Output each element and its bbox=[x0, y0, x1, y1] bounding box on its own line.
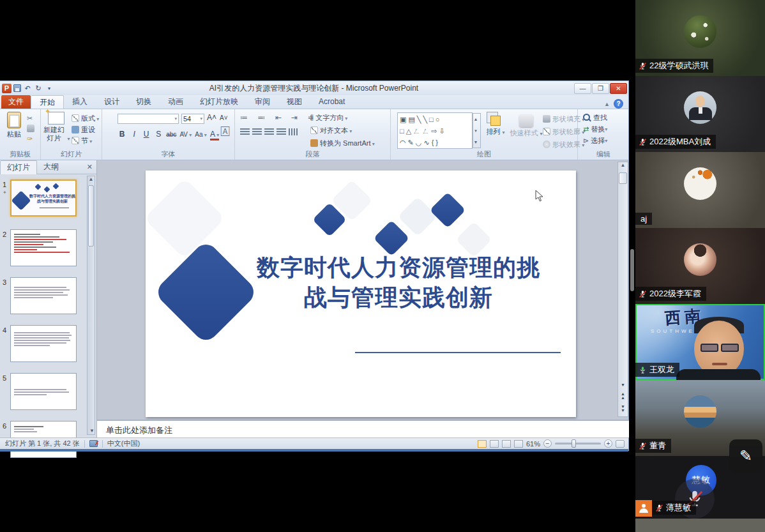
align-center-icon[interactable] bbox=[252, 128, 262, 135]
tab-file[interactable]: 文件 bbox=[1, 95, 31, 109]
tab-animations[interactable]: 动画 bbox=[160, 95, 192, 109]
scrollbar-thumb[interactable] bbox=[88, 185, 94, 247]
layout-button[interactable]: 版式 bbox=[72, 113, 99, 125]
alignment-icons[interactable] bbox=[240, 128, 301, 137]
cut-icon[interactable]: ✂ bbox=[27, 113, 34, 123]
text-direction-button[interactable]: ⫼ 文字方向 bbox=[310, 112, 375, 125]
list-indent-icons[interactable]: ≔ ≕ ⇤ ⇥ ≑ bbox=[240, 113, 318, 122]
vertical-scrollbar[interactable]: ▲ ▼ ▲▲ ▼▼ bbox=[617, 162, 628, 417]
justify-icon[interactable] bbox=[276, 128, 286, 135]
zoom-slider-thumb[interactable] bbox=[572, 439, 576, 448]
shapes-gallery[interactable]: ▣▤╲╲□○ □△ㄥㄥ⇨⇩ ◠✎◡∿{} ▲▾▼ bbox=[397, 112, 473, 149]
shadow-button[interactable]: S bbox=[154, 130, 163, 139]
view-slideshow-button[interactable] bbox=[514, 440, 523, 448]
save-icon[interactable] bbox=[13, 84, 21, 92]
find-button[interactable]: 查找 bbox=[578, 112, 629, 123]
align-text-button[interactable]: 对齐文本 bbox=[310, 125, 375, 137]
powerpoint-logo-icon[interactable]: P bbox=[2, 84, 11, 93]
thumbnail-content bbox=[11, 278, 76, 298]
view-sorter-button[interactable] bbox=[490, 440, 499, 448]
screen-scrollbar[interactable] bbox=[630, 249, 634, 291]
zoom-level[interactable]: 61% bbox=[526, 440, 540, 448]
select-button[interactable]: ⊳选择 bbox=[578, 135, 629, 146]
new-slide-button[interactable]: 新建幻灯片 bbox=[42, 110, 70, 142]
zoom-slider[interactable] bbox=[555, 443, 601, 445]
tab-home[interactable]: 开始 bbox=[31, 95, 64, 109]
font-size-combo[interactable]: 54▾ bbox=[181, 114, 204, 124]
redo-icon[interactable]: ↻ bbox=[34, 84, 43, 93]
next-slide-button[interactable]: ▼▼ bbox=[618, 405, 628, 413]
scroll-down-icon[interactable]: ▼ bbox=[89, 428, 95, 434]
slide-canvas[interactable]: 数字时代人力资源管理的挑 战与管理实践创新 bbox=[146, 171, 576, 417]
slides-tab[interactable]: 幻灯片 bbox=[0, 160, 37, 174]
tab-slideshow[interactable]: 幻灯片放映 bbox=[192, 95, 246, 109]
slide-title[interactable]: 数字时代人力资源管理的挑 战与管理实践创新 bbox=[220, 252, 576, 312]
ribbon-tab-row: 文件 开始 插入 设计 切换 动画 幻灯片放映 审阅 视图 Acrobat ▲ … bbox=[0, 95, 628, 109]
bold-button[interactable]: B bbox=[117, 130, 126, 139]
scrollbar-thumb[interactable] bbox=[619, 172, 627, 184]
undo-icon[interactable]: ↶ bbox=[23, 84, 32, 93]
change-case-button[interactable]: Aa bbox=[195, 131, 206, 138]
tab-transitions[interactable]: 切换 bbox=[128, 95, 160, 109]
minimize-button[interactable]: — bbox=[574, 83, 591, 94]
thumbnail-content bbox=[11, 326, 76, 346]
fit-window-button[interactable] bbox=[616, 440, 625, 448]
view-reading-button[interactable] bbox=[502, 440, 511, 448]
underline-button[interactable]: U bbox=[142, 130, 151, 139]
format-painter-icon[interactable]: ✑ bbox=[27, 133, 34, 144]
slide-thumbnail-5[interactable] bbox=[10, 373, 77, 410]
quick-styles-button[interactable]: 快速样式 bbox=[508, 114, 544, 138]
shrink-font-icon[interactable]: A˅ bbox=[220, 114, 228, 121]
grow-font-icon[interactable]: A˄ bbox=[207, 113, 216, 122]
restore-button[interactable]: ❐ bbox=[592, 83, 609, 94]
align-left-icon[interactable] bbox=[240, 128, 250, 135]
participant-tile[interactable]: aj bbox=[635, 152, 765, 228]
previous-slide-button[interactable]: ▲▲ bbox=[618, 392, 628, 400]
align-right-icon[interactable] bbox=[264, 128, 274, 135]
tab-design[interactable]: 设计 bbox=[96, 95, 128, 109]
outline-tab[interactable]: 大纲 bbox=[37, 160, 65, 174]
slide-thumbnail-3[interactable] bbox=[10, 277, 77, 314]
clear-format-icon[interactable]: 🄰 bbox=[221, 127, 229, 136]
participant-tile[interactable]: 2022级李军霞 bbox=[635, 228, 765, 304]
char-spacing-button[interactable]: AV bbox=[179, 131, 192, 138]
italic-button[interactable]: I bbox=[130, 130, 139, 139]
slide-thumbnail-2[interactable] bbox=[10, 229, 77, 266]
view-normal-button[interactable] bbox=[478, 440, 487, 448]
smartart-button[interactable]: 转换为 SmartArt bbox=[310, 137, 375, 150]
participant-tile-speaking[interactable]: 西 南 SOUTHWEST 王双龙 bbox=[635, 304, 765, 380]
replace-button[interactable]: ⇄替换 bbox=[578, 123, 629, 135]
spell-check-icon[interactable] bbox=[89, 440, 98, 447]
reset-button[interactable]: 重设 bbox=[72, 125, 99, 135]
thumbnails-scrollbar[interactable]: ▲▼ bbox=[87, 176, 95, 435]
shapes-scroll[interactable]: ▲▾▼ bbox=[473, 113, 481, 148]
font-color-button[interactable]: A bbox=[210, 130, 219, 141]
qat-dropdown-icon[interactable]: ▾ bbox=[45, 86, 54, 91]
close-panel-icon[interactable]: ✕ bbox=[87, 163, 96, 171]
scroll-down-icon[interactable]: ▼ bbox=[618, 383, 628, 387]
tab-view[interactable]: 视图 bbox=[278, 95, 310, 109]
slide-thumbnail-1[interactable]: 数字时代人力资源管理的挑战与管理实践创新 bbox=[10, 179, 77, 217]
participant-tile[interactable]: 22级学硕武洪琪 bbox=[635, 0, 765, 76]
participant-tile[interactable]: 2022级MBA刘成 bbox=[635, 76, 765, 152]
language-label[interactable]: 中文(中国) bbox=[107, 439, 140, 448]
collapse-ribbon-icon[interactable]: ▲ bbox=[604, 101, 610, 107]
title-bar[interactable]: P ↶ ↻ ▾ AI引发的人力资源管理实践与理论创新 - Microsoft P… bbox=[0, 81, 628, 95]
tab-acrobat[interactable]: Acrobat bbox=[310, 95, 353, 109]
zoom-in-button[interactable]: + bbox=[604, 439, 612, 448]
paste-button[interactable]: 粘贴 bbox=[3, 110, 26, 139]
annotation-pen-button[interactable]: ✎ bbox=[729, 439, 762, 473]
strikethrough-button[interactable]: abc bbox=[166, 131, 176, 138]
close-button[interactable]: ✕ bbox=[610, 83, 627, 94]
tab-insert[interactable]: 插入 bbox=[64, 95, 96, 109]
font-name-combo[interactable]: ▾ bbox=[117, 114, 179, 124]
zoom-out-button[interactable]: − bbox=[543, 439, 552, 448]
section-button[interactable]: 节 bbox=[72, 135, 99, 147]
slide-thumbnail-4[interactable] bbox=[10, 325, 77, 362]
arrange-button[interactable]: 排列 bbox=[484, 116, 507, 137]
help-icon[interactable]: ? bbox=[614, 99, 623, 109]
tab-review[interactable]: 审阅 bbox=[246, 95, 278, 109]
notes-pane[interactable]: 单击此处添加备注 bbox=[97, 420, 629, 437]
columns-icon[interactable] bbox=[289, 128, 298, 135]
copy-icon[interactable] bbox=[27, 125, 34, 132]
